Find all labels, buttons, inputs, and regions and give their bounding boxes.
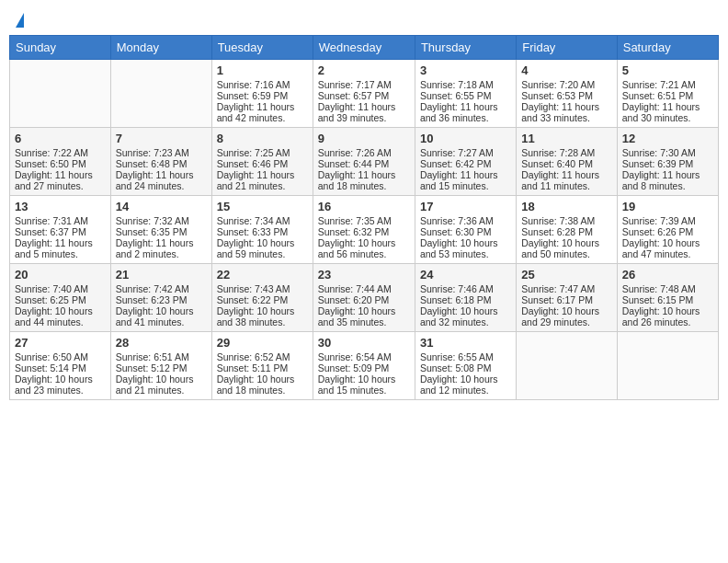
calendar-cell: 2Sunrise: 7:17 AMSunset: 6:57 PMDaylight… bbox=[313, 60, 415, 128]
sunset-text: Sunset: 5:11 PM bbox=[217, 362, 308, 373]
day-number: 25 bbox=[521, 268, 611, 282]
column-header-wednesday: Wednesday bbox=[313, 36, 415, 60]
calendar-cell: 26Sunrise: 7:48 AMSunset: 6:15 PMDayligh… bbox=[617, 264, 718, 332]
sunrise-text: Sunrise: 6:52 AM bbox=[217, 351, 308, 362]
calendar-cell: 29Sunrise: 6:52 AMSunset: 5:11 PMDayligh… bbox=[211, 332, 313, 400]
sunrise-text: Sunrise: 7:30 AM bbox=[622, 147, 713, 158]
day-number: 12 bbox=[622, 132, 713, 145]
logo bbox=[15, 13, 24, 26]
day-number: 8 bbox=[217, 132, 308, 145]
daylight-text: Daylight: 11 hours and 2 minutes. bbox=[116, 237, 207, 259]
calendar-cell bbox=[10, 60, 111, 128]
day-number: 29 bbox=[217, 336, 308, 350]
calendar-cell: 6Sunrise: 7:22 AMSunset: 6:50 PMDaylight… bbox=[10, 128, 111, 196]
day-number: 3 bbox=[420, 63, 511, 77]
daylight-text: Daylight: 10 hours and 21 minutes. bbox=[116, 373, 207, 396]
daylight-text: Daylight: 10 hours and 32 minutes. bbox=[420, 305, 511, 327]
calendar-cell: 27Sunrise: 6:50 AMSunset: 5:14 PMDayligh… bbox=[10, 332, 111, 400]
calendar-cell: 24Sunrise: 7:46 AMSunset: 6:18 PMDayligh… bbox=[415, 264, 516, 332]
sunset-text: Sunset: 6:37 PM bbox=[15, 226, 106, 237]
sunrise-text: Sunrise: 7:16 AM bbox=[217, 79, 308, 90]
sunset-text: Sunset: 6:20 PM bbox=[318, 294, 410, 305]
day-number: 24 bbox=[420, 268, 511, 282]
calendar-header-row: SundayMondayTuesdayWednesdayThursdayFrid… bbox=[10, 36, 719, 60]
sunset-text: Sunset: 6:51 PM bbox=[622, 90, 713, 101]
daylight-text: Daylight: 10 hours and 41 minutes. bbox=[116, 305, 207, 327]
sunrise-text: Sunrise: 7:22 AM bbox=[15, 147, 106, 158]
sunset-text: Sunset: 6:53 PM bbox=[521, 90, 611, 101]
calendar-cell: 5Sunrise: 7:21 AMSunset: 6:51 PMDaylight… bbox=[617, 60, 718, 128]
sunrise-text: Sunrise: 6:55 AM bbox=[420, 351, 511, 362]
sunset-text: Sunset: 6:26 PM bbox=[622, 226, 713, 237]
daylight-text: Daylight: 10 hours and 29 minutes. bbox=[521, 305, 611, 327]
sunset-text: Sunset: 6:32 PM bbox=[318, 226, 410, 237]
sunset-text: Sunset: 6:30 PM bbox=[420, 226, 511, 237]
sunset-text: Sunset: 6:33 PM bbox=[217, 226, 308, 237]
calendar-week-row: 13Sunrise: 7:31 AMSunset: 6:37 PMDayligh… bbox=[10, 196, 719, 264]
calendar-week-row: 20Sunrise: 7:40 AMSunset: 6:25 PMDayligh… bbox=[10, 264, 719, 332]
sunrise-text: Sunrise: 7:36 AM bbox=[420, 215, 511, 226]
daylight-text: Daylight: 11 hours and 24 minutes. bbox=[116, 169, 207, 191]
calendar-cell: 4Sunrise: 7:20 AMSunset: 6:53 PMDaylight… bbox=[517, 60, 617, 128]
day-number: 21 bbox=[116, 268, 207, 282]
calendar-cell: 22Sunrise: 7:43 AMSunset: 6:22 PMDayligh… bbox=[211, 264, 313, 332]
day-number: 16 bbox=[318, 200, 410, 213]
daylight-text: Daylight: 11 hours and 42 minutes. bbox=[217, 101, 308, 123]
sunset-text: Sunset: 6:44 PM bbox=[318, 158, 410, 169]
daylight-text: Daylight: 11 hours and 33 minutes. bbox=[521, 101, 611, 123]
column-header-saturday: Saturday bbox=[617, 36, 718, 60]
day-number: 17 bbox=[420, 200, 511, 213]
sunset-text: Sunset: 6:59 PM bbox=[217, 90, 308, 101]
daylight-text: Daylight: 10 hours and 15 minutes. bbox=[318, 373, 410, 396]
day-number: 20 bbox=[15, 268, 106, 282]
sunrise-text: Sunrise: 6:51 AM bbox=[116, 351, 207, 362]
sunrise-text: Sunrise: 7:28 AM bbox=[521, 147, 611, 158]
calendar-cell: 3Sunrise: 7:18 AMSunset: 6:55 PMDaylight… bbox=[415, 60, 516, 128]
calendar-cell: 13Sunrise: 7:31 AMSunset: 6:37 PMDayligh… bbox=[10, 196, 111, 264]
sunset-text: Sunset: 6:39 PM bbox=[622, 158, 713, 169]
daylight-text: Daylight: 10 hours and 38 minutes. bbox=[217, 305, 308, 327]
daylight-text: Daylight: 10 hours and 12 minutes. bbox=[420, 373, 511, 396]
day-number: 28 bbox=[116, 336, 207, 350]
sunset-text: Sunset: 6:17 PM bbox=[521, 294, 611, 305]
sunset-text: Sunset: 6:28 PM bbox=[521, 226, 611, 237]
daylight-text: Daylight: 10 hours and 44 minutes. bbox=[15, 305, 106, 327]
calendar-cell: 9Sunrise: 7:26 AMSunset: 6:44 PMDaylight… bbox=[313, 128, 415, 196]
calendar-cell: 23Sunrise: 7:44 AMSunset: 6:20 PMDayligh… bbox=[313, 264, 415, 332]
sunrise-text: Sunrise: 7:17 AM bbox=[318, 79, 410, 90]
calendar-cell: 31Sunrise: 6:55 AMSunset: 5:08 PMDayligh… bbox=[415, 332, 516, 400]
column-header-tuesday: Tuesday bbox=[211, 36, 313, 60]
day-number: 26 bbox=[622, 268, 713, 282]
daylight-text: Daylight: 10 hours and 26 minutes. bbox=[622, 305, 713, 327]
sunset-text: Sunset: 5:12 PM bbox=[116, 362, 207, 373]
day-number: 13 bbox=[15, 200, 106, 213]
day-number: 14 bbox=[116, 200, 207, 213]
sunset-text: Sunset: 6:48 PM bbox=[116, 158, 207, 169]
daylight-text: Daylight: 10 hours and 35 minutes. bbox=[318, 305, 410, 327]
calendar-cell: 14Sunrise: 7:32 AMSunset: 6:35 PMDayligh… bbox=[110, 196, 211, 264]
calendar-week-row: 1Sunrise: 7:16 AMSunset: 6:59 PMDaylight… bbox=[10, 60, 719, 128]
day-number: 22 bbox=[217, 268, 308, 282]
sunset-text: Sunset: 6:46 PM bbox=[217, 158, 308, 169]
day-number: 27 bbox=[15, 336, 106, 350]
sunset-text: Sunset: 6:22 PM bbox=[217, 294, 308, 305]
sunrise-text: Sunrise: 7:34 AM bbox=[217, 215, 308, 226]
sunrise-text: Sunrise: 7:47 AM bbox=[521, 283, 611, 294]
daylight-text: Daylight: 10 hours and 18 minutes. bbox=[217, 373, 308, 396]
day-number: 18 bbox=[521, 200, 611, 213]
day-number: 31 bbox=[420, 336, 511, 350]
sunrise-text: Sunrise: 7:39 AM bbox=[622, 215, 713, 226]
sunrise-text: Sunrise: 7:42 AM bbox=[116, 283, 207, 294]
calendar-week-row: 27Sunrise: 6:50 AMSunset: 5:14 PMDayligh… bbox=[10, 332, 719, 400]
sunrise-text: Sunrise: 7:44 AM bbox=[318, 283, 410, 294]
sunrise-text: Sunrise: 6:54 AM bbox=[318, 351, 410, 362]
daylight-text: Daylight: 11 hours and 5 minutes. bbox=[15, 237, 106, 259]
calendar-cell: 16Sunrise: 7:35 AMSunset: 6:32 PMDayligh… bbox=[313, 196, 415, 264]
daylight-text: Daylight: 11 hours and 8 minutes. bbox=[622, 169, 713, 191]
day-number: 7 bbox=[116, 132, 207, 145]
sunrise-text: Sunrise: 7:38 AM bbox=[521, 215, 611, 226]
day-number: 1 bbox=[217, 63, 308, 77]
sunrise-text: Sunrise: 7:18 AM bbox=[420, 79, 511, 90]
daylight-text: Daylight: 11 hours and 21 minutes. bbox=[217, 169, 308, 191]
sunrise-text: Sunrise: 7:27 AM bbox=[420, 147, 511, 158]
